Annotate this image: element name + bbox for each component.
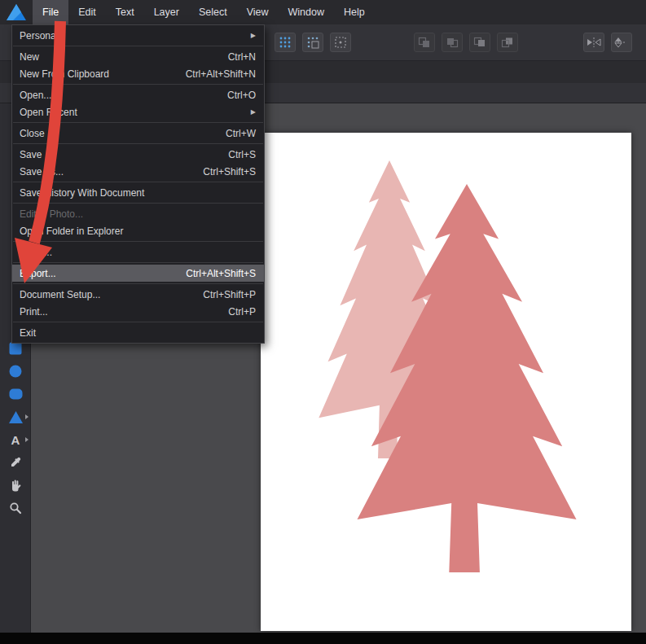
move-to-front-icon xyxy=(501,37,514,48)
affinity-triangle-icon xyxy=(6,3,27,21)
menu-separator xyxy=(13,203,263,204)
ellipse-tool-icon xyxy=(9,365,22,378)
move-forward-one-button[interactable] xyxy=(469,33,490,52)
flip-horizontal-icon xyxy=(587,37,601,48)
triangle-tool-icon xyxy=(9,411,23,423)
file-menu-dropdown: Personas▶NewCtrl+NNew From ClipboardCtrl… xyxy=(11,24,265,344)
menubar-item-layer[interactable]: Layer xyxy=(144,0,189,24)
app-logo-icon xyxy=(0,0,33,24)
menubar-item-text[interactable]: Text xyxy=(106,0,144,24)
menu-item-label: Print... xyxy=(20,306,228,318)
menu-separator xyxy=(13,322,263,322)
menubar-item-file[interactable]: File xyxy=(33,0,68,24)
menu-item-shortcut: Ctrl+Alt+Shift+S xyxy=(186,268,256,279)
menu-item-shortcut: Ctrl+S xyxy=(228,149,256,160)
pixel-grid-dots-icon xyxy=(306,36,319,49)
menu-item-label: Place... xyxy=(20,247,256,258)
menubar-item-select[interactable]: Select xyxy=(189,0,237,24)
menu-item-shortcut: Ctrl+N xyxy=(228,51,256,63)
menu-item-label: Save xyxy=(20,149,228,160)
submenu-arrow-icon: ▶ xyxy=(251,32,256,39)
move-to-back-icon xyxy=(418,37,431,48)
menu-item-label: Close xyxy=(20,128,226,139)
menubar-item-window[interactable]: Window xyxy=(279,0,334,24)
zoom-tool[interactable] xyxy=(0,497,31,519)
file-menu-item-print[interactable]: Print...Ctrl+P xyxy=(12,303,264,320)
menu-item-label: New From Clipboard xyxy=(20,68,186,80)
color-picker-tool[interactable] xyxy=(0,452,31,473)
view-tool[interactable] xyxy=(0,475,31,496)
menu-item-label: New xyxy=(20,51,228,63)
snapping-marquee-button[interactable] xyxy=(330,33,351,52)
tree-shape-dark[interactable] xyxy=(345,184,588,572)
file-menu-item-save-as[interactable]: Save As...Ctrl+Shift+S xyxy=(12,163,264,180)
menu-item-label: Save As... xyxy=(20,166,203,177)
move-to-back-button[interactable] xyxy=(414,33,435,52)
pixel-grid-dots-button[interactable] xyxy=(302,33,323,52)
menubar-item-view[interactable]: View xyxy=(237,0,279,24)
tool-flyout-arrow-icon xyxy=(25,437,29,442)
file-menu-item-edit-in-photo: Edit in Photo... xyxy=(12,205,264,222)
menu-item-label: Open Folder in Explorer xyxy=(20,226,256,237)
menu-item-label: Export... xyxy=(20,268,186,279)
file-menu-item-new[interactable]: NewCtrl+N xyxy=(12,48,264,65)
arrange-group xyxy=(414,33,525,52)
snapping-group xyxy=(275,33,358,52)
rounded-rectangle-tool[interactable] xyxy=(0,383,31,405)
menu-separator xyxy=(13,122,263,123)
menu-item-shortcut: Ctrl+P xyxy=(228,306,256,318)
menu-item-shortcut: Ctrl+Shift+S xyxy=(203,166,256,177)
menu-item-label: Open... xyxy=(20,90,227,101)
file-menu-item-open-recent[interactable]: Open Recent▶ xyxy=(12,103,264,120)
file-menu-item-save-history-with-document[interactable]: Save History With Document xyxy=(12,184,264,201)
file-menu-item-exit[interactable]: Exit xyxy=(12,324,264,341)
status-bar xyxy=(0,633,646,644)
hand-icon xyxy=(9,479,22,492)
submenu-arrow-icon: ▶ xyxy=(251,108,256,116)
menu-item-shortcut: Ctrl+Shift+P xyxy=(203,289,256,300)
file-menu-item-save[interactable]: SaveCtrl+S xyxy=(12,146,264,163)
triangle-tool[interactable] xyxy=(0,406,31,427)
menu-item-label: Document Setup... xyxy=(20,289,203,300)
file-menu-item-export[interactable]: Export...Ctrl+Alt+Shift+S xyxy=(12,265,264,282)
flip-vertical-button[interactable] xyxy=(611,33,632,52)
ellipse-tool[interactable] xyxy=(0,361,31,382)
app-window: FileEditTextLayerSelectViewWindowHelp xyxy=(0,0,646,644)
move-forward-one-icon xyxy=(473,37,486,48)
menu-separator xyxy=(13,182,263,182)
menubar-item-help[interactable]: Help xyxy=(334,0,375,24)
menu-item-label: Exit xyxy=(20,327,256,339)
flip-horizontal-button[interactable] xyxy=(583,33,604,52)
menu-separator xyxy=(13,241,263,242)
pixel-snap-grid-button[interactable] xyxy=(275,33,296,52)
menubar: FileEditTextLayerSelectViewWindowHelp xyxy=(0,0,646,24)
menu-separator xyxy=(13,46,263,46)
menu-item-label: Open Recent xyxy=(20,107,251,118)
move-back-one-button[interactable] xyxy=(442,33,463,52)
file-menu-item-new-from-clipboard[interactable]: New From ClipboardCtrl+Alt+Shift+N xyxy=(12,65,264,82)
file-menu-item-open-folder-in-explorer[interactable]: Open Folder in Explorer xyxy=(12,222,264,239)
menu-separator xyxy=(13,143,263,144)
file-menu-item-personas[interactable]: Personas▶ xyxy=(12,27,264,44)
menubar-item-edit[interactable]: Edit xyxy=(68,0,106,24)
pixel-snap-grid-icon xyxy=(279,36,292,49)
rounded-rectangle-tool-icon xyxy=(9,388,23,400)
flip-vertical-icon xyxy=(614,37,629,48)
menubar-items: FileEditTextLayerSelectViewWindowHelp xyxy=(33,0,375,24)
text-tool-icon: A xyxy=(11,434,20,446)
menu-item-shortcut: Ctrl+O xyxy=(227,90,256,101)
move-to-front-button[interactable] xyxy=(497,33,518,52)
menu-item-label: Save History With Document xyxy=(20,187,256,199)
menu-item-label: Personas xyxy=(20,30,251,42)
text-tool[interactable]: A xyxy=(0,429,31,450)
snapping-marquee-icon xyxy=(334,36,347,49)
color-picker-icon xyxy=(9,456,22,469)
file-menu-item-place[interactable]: Place... xyxy=(12,243,264,261)
file-menu-item-close[interactable]: CloseCtrl+W xyxy=(12,125,264,142)
menu-item-label: Edit in Photo... xyxy=(20,208,256,220)
menu-item-shortcut: Ctrl+W xyxy=(226,128,256,139)
artboard[interactable] xyxy=(261,133,631,631)
file-menu-item-open[interactable]: Open...Ctrl+O xyxy=(12,86,264,103)
tool-flyout-arrow-icon xyxy=(25,414,29,419)
file-menu-item-document-setup[interactable]: Document Setup...Ctrl+Shift+P xyxy=(12,286,264,303)
